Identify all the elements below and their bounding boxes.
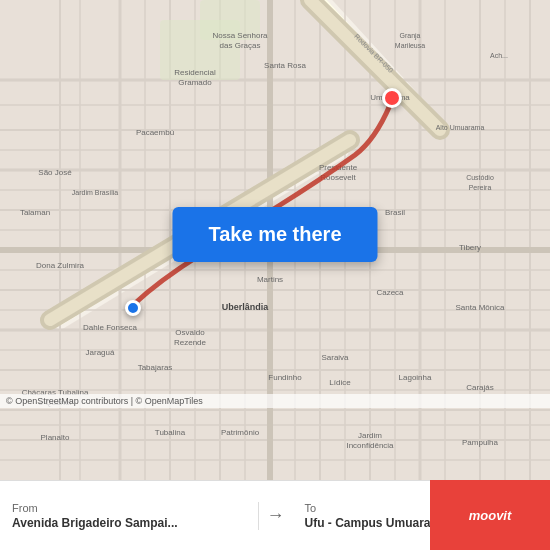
svg-text:Residencial: Residencial	[174, 68, 216, 77]
svg-text:Patrimônio: Patrimônio	[221, 428, 260, 437]
svg-text:Fundinho: Fundinho	[268, 373, 302, 382]
svg-text:Santa Rosa: Santa Rosa	[264, 61, 306, 70]
footer: From Avenida Brigadeiro Sampai... → To U…	[0, 480, 550, 550]
svg-text:Planalto: Planalto	[41, 433, 70, 442]
svg-text:Tubalina: Tubalina	[155, 428, 186, 437]
svg-text:Tibery: Tibery	[459, 243, 481, 252]
svg-text:Granja: Granja	[399, 32, 420, 40]
svg-text:Alto Umuarama: Alto Umuarama	[436, 124, 485, 131]
svg-text:Santa Mônica: Santa Mônica	[456, 303, 505, 312]
svg-text:Nossa Senhora: Nossa Senhora	[212, 31, 268, 40]
take-me-there-button[interactable]: Take me there	[172, 207, 377, 262]
svg-text:Saraiva: Saraiva	[321, 353, 349, 362]
moovit-text: moovit	[469, 508, 512, 523]
svg-text:Brasil: Brasil	[385, 208, 405, 217]
svg-text:Osvaldo: Osvaldo	[175, 328, 205, 337]
map-container: Nossa Senhora das Graças Residencial Gra…	[0, 0, 550, 480]
svg-text:Talaman: Talaman	[20, 208, 50, 217]
svg-text:Pereira: Pereira	[469, 184, 492, 191]
svg-text:Custódio: Custódio	[466, 174, 494, 181]
svg-text:Ach...: Ach...	[490, 52, 508, 59]
svg-text:Pacaembú: Pacaembú	[136, 128, 174, 137]
svg-text:das Graças: das Graças	[220, 41, 261, 50]
destination-marker	[382, 88, 402, 108]
svg-text:Dona Zulmira: Dona Zulmira	[36, 261, 85, 270]
svg-text:Jaraguá: Jaraguá	[86, 348, 115, 357]
attribution-left: © OpenStreetMap contributors | © OpenMap…	[6, 396, 203, 406]
origin-marker	[125, 300, 141, 316]
svg-text:Jardim Brasília: Jardim Brasília	[72, 189, 118, 196]
svg-text:São José: São José	[38, 168, 72, 177]
svg-text:Gramado: Gramado	[178, 78, 212, 87]
from-value: Avenida Brigadeiro Sampai...	[12, 516, 246, 530]
svg-text:Cazeca: Cazeca	[376, 288, 404, 297]
svg-text:Inconfidência: Inconfidência	[346, 441, 394, 450]
svg-text:Lagoinha: Lagoinha	[399, 373, 432, 382]
map-attribution: © OpenStreetMap contributors | © OpenMap…	[0, 394, 550, 408]
svg-text:Marileusa: Marileusa	[395, 42, 425, 49]
svg-text:Pampulha: Pampulha	[462, 438, 499, 447]
svg-text:Carajás: Carajás	[466, 383, 494, 392]
svg-text:Martins: Martins	[257, 275, 283, 284]
from-label: From	[12, 502, 246, 514]
svg-text:Rezende: Rezende	[174, 338, 207, 347]
arrow-icon: →	[259, 505, 293, 526]
svg-text:Tabajaras: Tabajaras	[138, 363, 173, 372]
svg-text:Dahle Fonseca: Dahle Fonseca	[83, 323, 137, 332]
svg-text:Jardim: Jardim	[358, 431, 382, 440]
svg-text:Lídice: Lídice	[329, 378, 351, 387]
footer-from: From Avenida Brigadeiro Sampai...	[0, 502, 259, 530]
svg-text:Uberlândia: Uberlândia	[222, 302, 270, 312]
moovit-logo: moovit	[430, 480, 550, 550]
